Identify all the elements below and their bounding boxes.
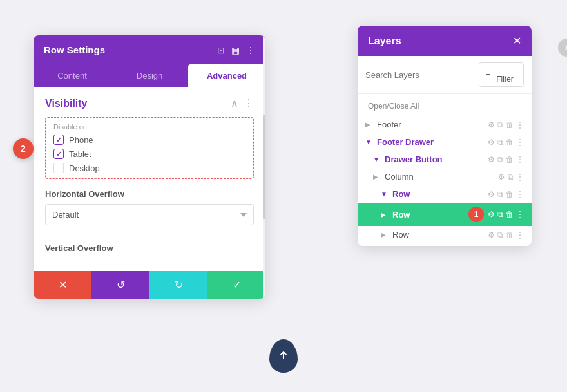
more-icon-drawer-button[interactable]: ⋮ bbox=[516, 155, 524, 164]
gear-icon-column[interactable]: ⚙ bbox=[498, 173, 505, 182]
trash-icon-row-2[interactable]: 🗑 bbox=[506, 210, 514, 219]
step-badge-2: 2 bbox=[13, 138, 34, 159]
gear-icon-drawer-button[interactable]: ⚙ bbox=[488, 155, 495, 164]
tab-content[interactable]: Content bbox=[34, 64, 111, 87]
checkbox-tablet[interactable]: Tablet bbox=[53, 149, 245, 159]
visibility-title: Visibility bbox=[45, 98, 88, 109]
layer-arrow-column: ▶ bbox=[373, 173, 381, 180]
more-icon-column[interactable]: ⋮ bbox=[516, 173, 524, 182]
gear-icon-footer[interactable]: ⚙ bbox=[488, 120, 495, 129]
horizontal-overflow-label: Horizontal Overflow bbox=[45, 189, 254, 199]
layers-close-button[interactable]: ✕ bbox=[513, 35, 521, 47]
layer-arrow-drawer-button: ▼ bbox=[373, 156, 381, 163]
panel-footer: ✕ ↺ ↻ ✓ bbox=[34, 271, 265, 299]
layer-arrow-footer: ▶ bbox=[365, 121, 373, 128]
layer-icons-row-2: ⚙ ⧉ 🗑 ⋮ bbox=[488, 210, 524, 219]
layer-icons-footer: ⚙ ⧉ 🗑 ⋮ bbox=[488, 120, 524, 129]
tab-design[interactable]: Design bbox=[111, 64, 188, 87]
more-icon-footer-drawer[interactable]: ⋮ bbox=[516, 138, 524, 147]
panel-header: Row Settings ⊡ ▦ ⋮ bbox=[34, 35, 265, 64]
desktop-label: Desktop bbox=[69, 163, 100, 173]
layer-icons-drawer-button: ⚙ ⧉ 🗑 ⋮ bbox=[488, 155, 524, 164]
trash-icon-footer-drawer[interactable]: 🗑 bbox=[506, 138, 514, 147]
panel-body: Visibility ∧ ⋮ Disable on Phone Tablet D… bbox=[34, 87, 265, 271]
options-icon[interactable]: ⋮ bbox=[244, 97, 254, 109]
copy-icon-footer[interactable]: ⧉ bbox=[497, 120, 503, 129]
more-icon-row-3[interactable]: ⋮ bbox=[516, 230, 524, 239]
horizontal-overflow-select[interactable]: Default bbox=[45, 204, 254, 225]
columns-icon[interactable]: ▦ bbox=[231, 45, 240, 55]
vertical-overflow-label: Vertical Overflow bbox=[45, 243, 254, 253]
trash-icon-row-1[interactable]: 🗑 bbox=[506, 190, 514, 199]
more-icon-footer[interactable]: ⋮ bbox=[516, 120, 524, 129]
copy-icon-column[interactable]: ⧉ bbox=[508, 173, 514, 182]
layers-body: Open/Close All ▶ Footer ⚙ ⧉ 🗑 ⋮ ▼ Footer… bbox=[358, 94, 532, 246]
more-icon-row-1[interactable]: ⋮ bbox=[516, 190, 524, 199]
checkbox-desktop[interactable]: Desktop bbox=[53, 163, 245, 173]
horizontal-overflow-section: Horizontal Overflow Default bbox=[45, 189, 254, 236]
layer-item-drawer-button[interactable]: ▼ Drawer Button ⚙ ⧉ 🗑 ⋮ bbox=[358, 151, 532, 168]
open-close-all[interactable]: Open/Close All bbox=[358, 97, 532, 116]
layer-arrow-footer-drawer: ▼ bbox=[365, 138, 373, 145]
phone-checkbox[interactable] bbox=[53, 135, 64, 145]
disable-on-box: Disable on Phone Tablet Desktop bbox=[45, 117, 254, 179]
resize-icon[interactable]: ⊡ bbox=[217, 45, 225, 55]
layer-arrow-row-3: ▶ bbox=[381, 231, 389, 238]
cancel-button[interactable]: ✕ bbox=[34, 271, 91, 299]
desktop-checkbox[interactable] bbox=[53, 163, 64, 173]
tablet-label: Tablet bbox=[69, 149, 91, 159]
layer-arrow-row-1: ▼ bbox=[381, 191, 389, 198]
panel-header-icons: ⊡ ▦ ⋮ bbox=[217, 45, 255, 55]
phone-label: Phone bbox=[69, 135, 93, 145]
copy-icon-drawer-button[interactable]: ⧉ bbox=[497, 155, 503, 164]
layer-item-footer[interactable]: ▶ Footer ⚙ ⧉ 🗑 ⋮ bbox=[358, 116, 532, 133]
layer-item-footer-drawer[interactable]: ▼ Footer Drawer ⚙ ⧉ 🗑 ⋮ bbox=[358, 133, 532, 151]
trash-icon-footer[interactable]: 🗑 bbox=[506, 120, 514, 129]
layers-header: Layers ✕ bbox=[358, 26, 532, 56]
redo-button[interactable]: ↻ bbox=[149, 271, 207, 299]
gear-icon-footer-drawer[interactable]: ⚙ bbox=[488, 138, 495, 147]
row-settings-panel: Row Settings ⊡ ▦ ⋮ Content Design Advanc… bbox=[34, 35, 265, 299]
more-icon[interactable]: ⋮ bbox=[246, 45, 255, 55]
copy-icon-footer-drawer[interactable]: ⧉ bbox=[497, 138, 503, 147]
scrollbar-track bbox=[263, 35, 265, 299]
layer-icons-footer-drawer: ⚙ ⧉ 🗑 ⋮ bbox=[488, 138, 524, 147]
tab-advanced[interactable]: Advanced bbox=[188, 64, 265, 87]
layer-name-footer-drawer: Footer Drawer bbox=[377, 137, 484, 147]
filter-label: + Filter bbox=[493, 66, 517, 84]
layer-arrow-row-2: ▶ bbox=[381, 211, 389, 218]
layer-name-row-1: Row bbox=[392, 189, 484, 199]
layers-filter-button[interactable]: + + Filter bbox=[479, 62, 524, 87]
copy-icon-row-3[interactable]: ⧉ bbox=[497, 230, 503, 239]
layers-panel: Layers ✕ + + Filter Open/Close All ▶ Foo… bbox=[358, 26, 532, 246]
layer-icons-row-1: ⚙ ⧉ 🗑 ⋮ bbox=[488, 190, 524, 199]
close-panel-button[interactable]: ✕ bbox=[558, 39, 567, 57]
more-icon-row-2[interactable]: ⋮ bbox=[516, 210, 524, 219]
gear-icon-row-3[interactable]: ⚙ bbox=[488, 230, 495, 239]
trash-icon-drawer-button[interactable]: 🗑 bbox=[506, 155, 514, 164]
section-controls: ∧ ⋮ bbox=[231, 97, 254, 109]
undo-button[interactable]: ↺ bbox=[91, 271, 149, 299]
layer-item-row-3[interactable]: ▶ Row ⚙ ⧉ 🗑 ⋮ bbox=[358, 226, 532, 243]
layer-item-column[interactable]: ▶ Column ⚙ ⧉ ⋮ bbox=[358, 168, 532, 185]
layer-name-row-2: Row bbox=[392, 210, 465, 219]
gear-icon-row-1[interactable]: ⚙ bbox=[488, 190, 495, 199]
copy-icon-row-1[interactable]: ⧉ bbox=[497, 190, 503, 199]
copy-icon-row-2[interactable]: ⧉ bbox=[497, 210, 503, 219]
trash-icon-row-3[interactable]: 🗑 bbox=[506, 230, 514, 239]
gear-icon-row-2[interactable]: ⚙ bbox=[488, 210, 495, 219]
panel-tabs: Content Design Advanced bbox=[34, 64, 265, 87]
drop-shape bbox=[269, 339, 298, 373]
upload-button[interactable] bbox=[269, 339, 298, 373]
checkbox-phone[interactable]: Phone bbox=[53, 135, 245, 145]
scrollbar-thumb[interactable] bbox=[263, 115, 265, 220]
layers-search-input[interactable] bbox=[365, 70, 474, 80]
collapse-icon[interactable]: ∧ bbox=[231, 97, 238, 109]
layers-title: Layers bbox=[368, 35, 401, 47]
disable-on-label: Disable on bbox=[53, 123, 245, 131]
upload-arrow-icon bbox=[278, 350, 289, 362]
layer-item-row-2[interactable]: ▶ Row 1 ⚙ ⧉ 🗑 ⋮ bbox=[358, 203, 532, 226]
save-button[interactable]: ✓ bbox=[207, 271, 265, 299]
tablet-checkbox[interactable] bbox=[53, 149, 64, 159]
layer-item-row-1[interactable]: ▼ Row ⚙ ⧉ 🗑 ⋮ bbox=[358, 185, 532, 203]
